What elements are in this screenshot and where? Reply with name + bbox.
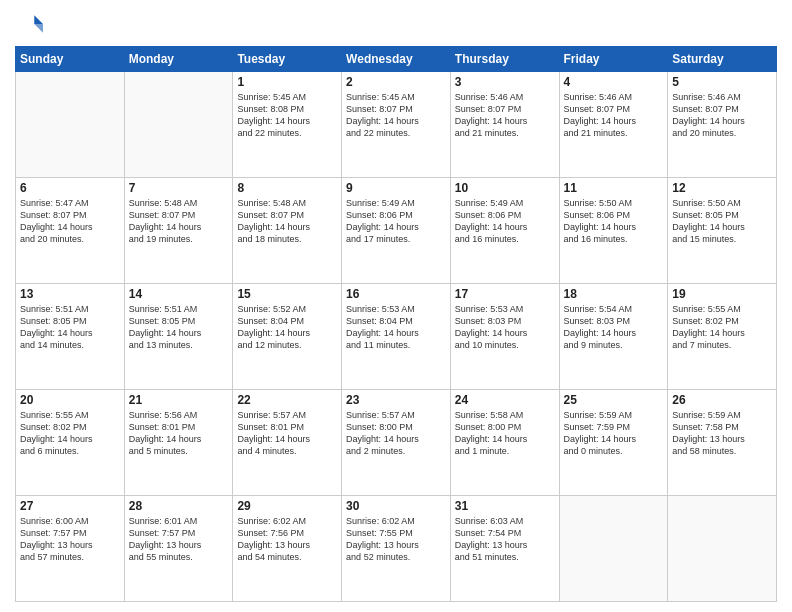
calendar-cell: 31Sunrise: 6:03 AM Sunset: 7:54 PM Dayli… bbox=[450, 496, 559, 602]
day-info: Sunrise: 5:52 AM Sunset: 8:04 PM Dayligh… bbox=[237, 303, 337, 352]
calendar-week-row: 13Sunrise: 5:51 AM Sunset: 8:05 PM Dayli… bbox=[16, 284, 777, 390]
calendar-cell: 2Sunrise: 5:45 AM Sunset: 8:07 PM Daylig… bbox=[342, 72, 451, 178]
calendar-cell: 30Sunrise: 6:02 AM Sunset: 7:55 PM Dayli… bbox=[342, 496, 451, 602]
day-number: 13 bbox=[20, 287, 120, 301]
calendar-cell: 20Sunrise: 5:55 AM Sunset: 8:02 PM Dayli… bbox=[16, 390, 125, 496]
calendar-header-row: SundayMondayTuesdayWednesdayThursdayFrid… bbox=[16, 47, 777, 72]
day-info: Sunrise: 5:57 AM Sunset: 8:01 PM Dayligh… bbox=[237, 409, 337, 458]
day-info: Sunrise: 5:55 AM Sunset: 8:02 PM Dayligh… bbox=[20, 409, 120, 458]
day-number: 25 bbox=[564, 393, 664, 407]
day-info: Sunrise: 5:48 AM Sunset: 8:07 PM Dayligh… bbox=[129, 197, 229, 246]
day-info: Sunrise: 5:46 AM Sunset: 8:07 PM Dayligh… bbox=[672, 91, 772, 140]
day-info: Sunrise: 5:50 AM Sunset: 8:05 PM Dayligh… bbox=[672, 197, 772, 246]
day-number: 14 bbox=[129, 287, 229, 301]
calendar-cell: 12Sunrise: 5:50 AM Sunset: 8:05 PM Dayli… bbox=[668, 178, 777, 284]
day-info: Sunrise: 5:46 AM Sunset: 8:07 PM Dayligh… bbox=[564, 91, 664, 140]
svg-marker-0 bbox=[34, 15, 43, 24]
day-info: Sunrise: 5:48 AM Sunset: 8:07 PM Dayligh… bbox=[237, 197, 337, 246]
day-number: 6 bbox=[20, 181, 120, 195]
calendar-cell: 16Sunrise: 5:53 AM Sunset: 8:04 PM Dayli… bbox=[342, 284, 451, 390]
day-number: 30 bbox=[346, 499, 446, 513]
calendar-cell: 21Sunrise: 5:56 AM Sunset: 8:01 PM Dayli… bbox=[124, 390, 233, 496]
day-info: Sunrise: 5:51 AM Sunset: 8:05 PM Dayligh… bbox=[129, 303, 229, 352]
calendar-cell: 15Sunrise: 5:52 AM Sunset: 8:04 PM Dayli… bbox=[233, 284, 342, 390]
calendar-cell: 26Sunrise: 5:59 AM Sunset: 7:58 PM Dayli… bbox=[668, 390, 777, 496]
svg-marker-1 bbox=[34, 24, 43, 33]
day-info: Sunrise: 5:59 AM Sunset: 7:59 PM Dayligh… bbox=[564, 409, 664, 458]
day-number: 7 bbox=[129, 181, 229, 195]
calendar-week-row: 20Sunrise: 5:55 AM Sunset: 8:02 PM Dayli… bbox=[16, 390, 777, 496]
calendar-cell: 8Sunrise: 5:48 AM Sunset: 8:07 PM Daylig… bbox=[233, 178, 342, 284]
day-info: Sunrise: 5:45 AM Sunset: 8:07 PM Dayligh… bbox=[346, 91, 446, 140]
calendar-cell: 11Sunrise: 5:50 AM Sunset: 8:06 PM Dayli… bbox=[559, 178, 668, 284]
calendar-cell: 19Sunrise: 5:55 AM Sunset: 8:02 PM Dayli… bbox=[668, 284, 777, 390]
day-number: 24 bbox=[455, 393, 555, 407]
day-number: 27 bbox=[20, 499, 120, 513]
calendar-cell: 5Sunrise: 5:46 AM Sunset: 8:07 PM Daylig… bbox=[668, 72, 777, 178]
day-number: 11 bbox=[564, 181, 664, 195]
calendar-day-header: Sunday bbox=[16, 47, 125, 72]
calendar-cell: 17Sunrise: 5:53 AM Sunset: 8:03 PM Dayli… bbox=[450, 284, 559, 390]
day-info: Sunrise: 5:46 AM Sunset: 8:07 PM Dayligh… bbox=[455, 91, 555, 140]
calendar-cell: 24Sunrise: 5:58 AM Sunset: 8:00 PM Dayli… bbox=[450, 390, 559, 496]
page-container: SundayMondayTuesdayWednesdayThursdayFrid… bbox=[0, 0, 792, 612]
calendar-cell bbox=[16, 72, 125, 178]
logo-icon bbox=[15, 10, 43, 38]
calendar-day-header: Monday bbox=[124, 47, 233, 72]
day-number: 22 bbox=[237, 393, 337, 407]
day-info: Sunrise: 6:02 AM Sunset: 7:55 PM Dayligh… bbox=[346, 515, 446, 564]
calendar-cell: 4Sunrise: 5:46 AM Sunset: 8:07 PM Daylig… bbox=[559, 72, 668, 178]
day-number: 16 bbox=[346, 287, 446, 301]
calendar-cell: 13Sunrise: 5:51 AM Sunset: 8:05 PM Dayli… bbox=[16, 284, 125, 390]
day-info: Sunrise: 5:50 AM Sunset: 8:06 PM Dayligh… bbox=[564, 197, 664, 246]
calendar-cell: 14Sunrise: 5:51 AM Sunset: 8:05 PM Dayli… bbox=[124, 284, 233, 390]
day-number: 12 bbox=[672, 181, 772, 195]
day-info: Sunrise: 6:00 AM Sunset: 7:57 PM Dayligh… bbox=[20, 515, 120, 564]
calendar-week-row: 6Sunrise: 5:47 AM Sunset: 8:07 PM Daylig… bbox=[16, 178, 777, 284]
day-number: 18 bbox=[564, 287, 664, 301]
calendar-cell: 22Sunrise: 5:57 AM Sunset: 8:01 PM Dayli… bbox=[233, 390, 342, 496]
day-number: 31 bbox=[455, 499, 555, 513]
calendar-table: SundayMondayTuesdayWednesdayThursdayFrid… bbox=[15, 46, 777, 602]
day-number: 20 bbox=[20, 393, 120, 407]
calendar-cell: 10Sunrise: 5:49 AM Sunset: 8:06 PM Dayli… bbox=[450, 178, 559, 284]
day-number: 19 bbox=[672, 287, 772, 301]
day-info: Sunrise: 5:49 AM Sunset: 8:06 PM Dayligh… bbox=[455, 197, 555, 246]
day-number: 29 bbox=[237, 499, 337, 513]
calendar-cell: 29Sunrise: 6:02 AM Sunset: 7:56 PM Dayli… bbox=[233, 496, 342, 602]
day-info: Sunrise: 5:55 AM Sunset: 8:02 PM Dayligh… bbox=[672, 303, 772, 352]
calendar-day-header: Tuesday bbox=[233, 47, 342, 72]
day-info: Sunrise: 5:45 AM Sunset: 8:08 PM Dayligh… bbox=[237, 91, 337, 140]
calendar-day-header: Saturday bbox=[668, 47, 777, 72]
calendar-cell: 28Sunrise: 6:01 AM Sunset: 7:57 PM Dayli… bbox=[124, 496, 233, 602]
calendar-cell bbox=[668, 496, 777, 602]
day-info: Sunrise: 5:49 AM Sunset: 8:06 PM Dayligh… bbox=[346, 197, 446, 246]
day-info: Sunrise: 6:01 AM Sunset: 7:57 PM Dayligh… bbox=[129, 515, 229, 564]
day-info: Sunrise: 5:54 AM Sunset: 8:03 PM Dayligh… bbox=[564, 303, 664, 352]
day-info: Sunrise: 6:02 AM Sunset: 7:56 PM Dayligh… bbox=[237, 515, 337, 564]
calendar-cell: 25Sunrise: 5:59 AM Sunset: 7:59 PM Dayli… bbox=[559, 390, 668, 496]
day-info: Sunrise: 5:57 AM Sunset: 8:00 PM Dayligh… bbox=[346, 409, 446, 458]
calendar-day-header: Wednesday bbox=[342, 47, 451, 72]
calendar-cell: 3Sunrise: 5:46 AM Sunset: 8:07 PM Daylig… bbox=[450, 72, 559, 178]
calendar-week-row: 1Sunrise: 5:45 AM Sunset: 8:08 PM Daylig… bbox=[16, 72, 777, 178]
day-number: 26 bbox=[672, 393, 772, 407]
calendar-cell: 1Sunrise: 5:45 AM Sunset: 8:08 PM Daylig… bbox=[233, 72, 342, 178]
day-number: 17 bbox=[455, 287, 555, 301]
day-info: Sunrise: 5:56 AM Sunset: 8:01 PM Dayligh… bbox=[129, 409, 229, 458]
day-number: 5 bbox=[672, 75, 772, 89]
day-info: Sunrise: 5:53 AM Sunset: 8:03 PM Dayligh… bbox=[455, 303, 555, 352]
calendar-cell bbox=[559, 496, 668, 602]
calendar-day-header: Thursday bbox=[450, 47, 559, 72]
day-info: Sunrise: 5:51 AM Sunset: 8:05 PM Dayligh… bbox=[20, 303, 120, 352]
day-number: 4 bbox=[564, 75, 664, 89]
day-number: 2 bbox=[346, 75, 446, 89]
calendar-cell: 6Sunrise: 5:47 AM Sunset: 8:07 PM Daylig… bbox=[16, 178, 125, 284]
day-number: 3 bbox=[455, 75, 555, 89]
day-number: 1 bbox=[237, 75, 337, 89]
calendar-cell: 9Sunrise: 5:49 AM Sunset: 8:06 PM Daylig… bbox=[342, 178, 451, 284]
calendar-cell: 27Sunrise: 6:00 AM Sunset: 7:57 PM Dayli… bbox=[16, 496, 125, 602]
calendar-cell: 7Sunrise: 5:48 AM Sunset: 8:07 PM Daylig… bbox=[124, 178, 233, 284]
day-info: Sunrise: 5:47 AM Sunset: 8:07 PM Dayligh… bbox=[20, 197, 120, 246]
calendar-cell: 23Sunrise: 5:57 AM Sunset: 8:00 PM Dayli… bbox=[342, 390, 451, 496]
